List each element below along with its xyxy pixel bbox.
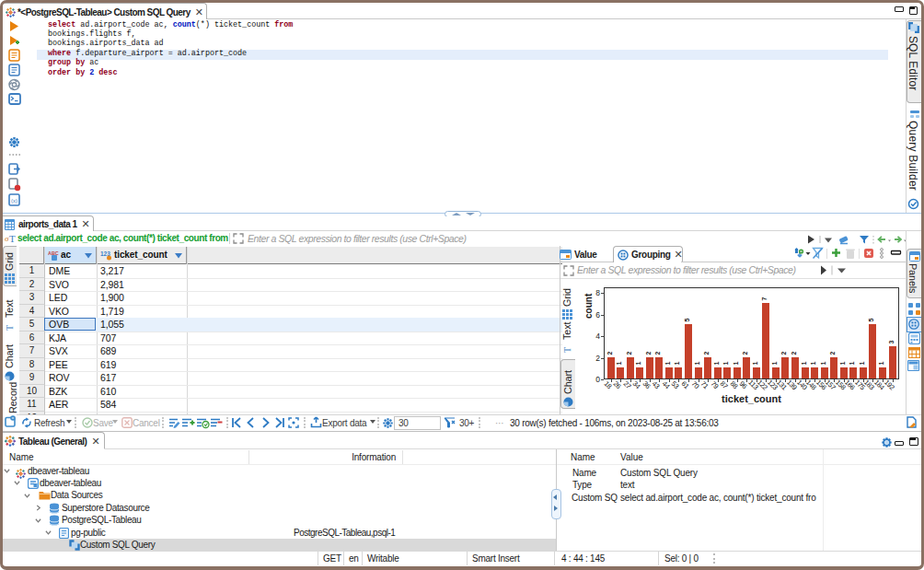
- svg-text:T: T: [562, 347, 572, 353]
- svg-text:T: T: [9, 233, 16, 244]
- svg-text:(x): (x): [11, 198, 17, 204]
- svg-text:T: T: [5, 325, 15, 331]
